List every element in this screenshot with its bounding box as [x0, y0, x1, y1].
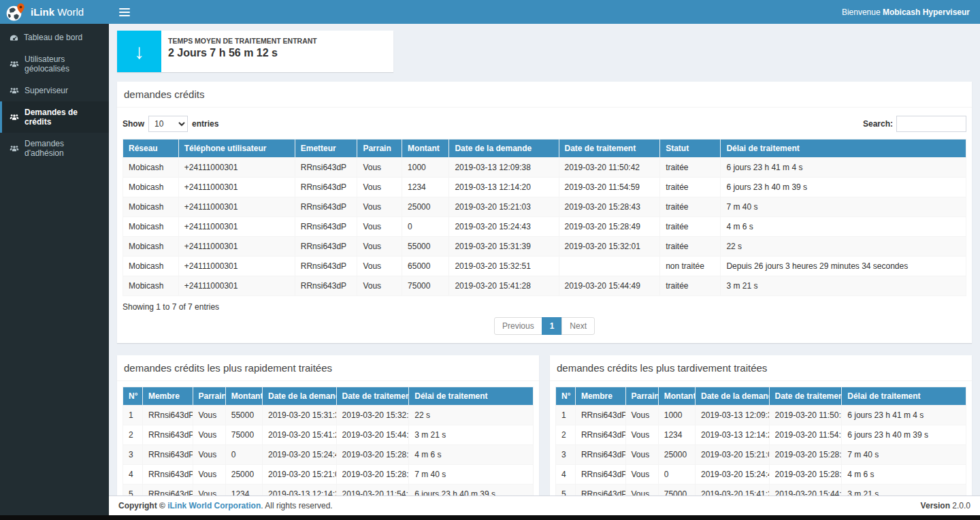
- table-cell: RRnsi643dP: [295, 178, 357, 197]
- column-header[interactable]: Délai de traitement: [721, 140, 966, 158]
- table-cell: RRnsi643dP: [295, 257, 357, 276]
- show-label: Show: [122, 119, 144, 129]
- column-header[interactable]: Date de traitement: [769, 387, 842, 406]
- table-cell: 1: [556, 406, 576, 425]
- table-cell: Vous: [357, 217, 402, 237]
- company-link[interactable]: iLink World Corporation: [167, 501, 261, 510]
- table-cell: 7 m 40 s: [721, 197, 966, 217]
- table-cell: 6 jours 23 h 40 m 39 s: [842, 425, 966, 445]
- column-header[interactable]: Emetteur: [295, 140, 357, 158]
- table-cell: 55000: [402, 237, 449, 257]
- table-cell: 2019-03-20 11:50:42: [769, 406, 842, 425]
- column-header[interactable]: Date de la demande: [696, 387, 770, 406]
- column-header[interactable]: Montant: [225, 387, 262, 406]
- users-icon: [10, 86, 19, 95]
- column-header[interactable]: Membre: [575, 387, 625, 406]
- column-header[interactable]: Parrain: [193, 387, 225, 406]
- table-cell: 2019-03-20 15:41:28: [449, 276, 559, 296]
- sidebar-item-superviseur[interactable]: Superviseur: [0, 80, 109, 101]
- sidebar-toggle-icon[interactable]: [119, 8, 130, 16]
- page-length-control: Show 10 entries: [122, 116, 218, 132]
- app-logo[interactable]: iLink World: [0, 0, 109, 24]
- table-cell: Vous: [625, 465, 658, 485]
- column-header[interactable]: Date de traitement: [559, 140, 660, 158]
- next-page-button[interactable]: Next: [561, 317, 595, 335]
- table-row: 3RRnsi643dPVous250002019-03-20 15:21:032…: [556, 445, 966, 465]
- table-cell: +24111000301: [178, 276, 295, 296]
- column-header[interactable]: Montant: [658, 387, 695, 406]
- main-content: ↓ TEMPS MOYEN DE TRAITEMENT ENTRANT 2 Jo…: [109, 24, 980, 495]
- table-cell: RRnsi643dP: [575, 465, 625, 485]
- table-cell: 2019-03-20 15:44:49: [559, 276, 660, 296]
- sidebar-item-demandes-adhesion[interactable]: Demandes d'adhésion: [0, 133, 109, 164]
- table-cell: Depuis 26 jours 3 heures 29 minutes 34 s…: [721, 257, 966, 276]
- table-cell: 3 m 21 s: [409, 425, 534, 445]
- sidebar-item-utilisateurs-geolocalises[interactable]: Utilisateurs géolocalisés: [0, 48, 109, 80]
- page-length-select[interactable]: 10: [148, 116, 188, 132]
- table-cell: RRnsi643dP: [575, 425, 625, 445]
- column-header[interactable]: Date de traitement: [336, 387, 409, 406]
- previous-page-button[interactable]: Previous: [494, 317, 542, 335]
- table-cell: 2019-03-20 15:24:43: [449, 217, 559, 237]
- table-row: 5RRnsi643dPVous12342019-03-13 12:14:2020…: [123, 485, 534, 496]
- welcome-message: Bienvenue Mobicash Hyperviseur: [842, 7, 970, 17]
- table-cell: Vous: [357, 276, 402, 296]
- table-cell: +24111000301: [178, 197, 295, 217]
- table-cell: 2019-03-20 15:32:01: [336, 406, 409, 425]
- table-cell: Vous: [357, 237, 402, 257]
- table-cell: 7 m 40 s: [842, 445, 966, 465]
- column-header[interactable]: Parrain: [625, 387, 658, 406]
- column-header[interactable]: Membre: [142, 387, 193, 406]
- table-cell: 2019-03-20 15:32:01: [559, 237, 660, 257]
- column-header[interactable]: Parrain: [357, 140, 402, 158]
- sidebar-item-tableau-de-bord[interactable]: Tableau de bord: [0, 27, 109, 48]
- table-cell: 1234: [225, 485, 262, 496]
- credits-requests-panel: demandes crédits Show 10 entries Search:…: [117, 82, 972, 343]
- sidebar-item-demandes-de-credits[interactable]: Demandes de crédits: [0, 101, 109, 133]
- table-cell: Vous: [625, 406, 658, 425]
- table-cell: 3 m 21 s: [842, 485, 966, 496]
- table-cell: 1: [123, 406, 143, 425]
- column-header[interactable]: N°: [556, 387, 576, 406]
- avg-processing-time-card: ↓ TEMPS MOYEN DE TRAITEMENT ENTRANT 2 Jo…: [117, 31, 393, 72]
- table-cell: +24111000301: [178, 178, 295, 197]
- search-input[interactable]: [896, 116, 966, 132]
- table-row: Mobicash+24111000301RRnsi643dPVous123420…: [123, 178, 966, 197]
- panel-body: N°MembreParrainMontantDate de la demande…: [117, 381, 539, 495]
- panel-title: demandes crédits les plus tardivement tr…: [550, 355, 972, 381]
- column-header[interactable]: Date de la demande: [263, 387, 337, 406]
- panel-body: N°MembreParrainMontantDate de la demande…: [550, 381, 972, 495]
- table-row: 4RRnsi643dPVous250002019-03-20 15:21:032…: [123, 465, 534, 485]
- page-1-button[interactable]: 1: [542, 317, 563, 335]
- bottom-black-strip: [0, 515, 980, 520]
- welcome-user: Mobicash Hyperviseur: [883, 7, 970, 17]
- table-cell: 4 m 6 s: [721, 217, 966, 237]
- column-header[interactable]: N°: [123, 387, 143, 406]
- column-header[interactable]: Statut: [660, 140, 721, 158]
- table-cell: 0: [225, 445, 262, 465]
- table-cell: 65000: [402, 257, 449, 276]
- sidebar-item-label: Utilisateurs géolocalisés: [24, 54, 103, 74]
- column-header[interactable]: Délai de traitement: [409, 387, 534, 406]
- credits-requests-table: RéseauTéléphone utilisateurEmetteurParra…: [122, 139, 966, 296]
- table-cell: 2019-03-20 15:44:49: [769, 485, 842, 496]
- column-header[interactable]: Montant: [402, 140, 449, 158]
- fastest-processed-panel: demandes crédits les plus rapidement tra…: [117, 355, 539, 495]
- table-controls: Show 10 entries Search:: [122, 116, 966, 132]
- table-cell: RRnsi643dP: [142, 485, 193, 496]
- users-icon: [10, 113, 19, 121]
- table-row: 5RRnsi643dPVous750002019-03-20 15:41:282…: [556, 485, 966, 496]
- panel-title: demandes crédits: [117, 82, 972, 108]
- table-cell: 2019-03-20 15:28:43: [336, 465, 409, 485]
- info-box-title: TEMPS MOYEN DE TRAITEMENT ENTRANT: [168, 37, 317, 45]
- table-row: 2RRnsi643dPVous12342019-03-13 12:14:2020…: [556, 425, 966, 445]
- table-row: Mobicash+24111000301RRnsi643dPVous250002…: [123, 197, 966, 217]
- table-cell: Vous: [357, 197, 402, 217]
- table-cell: 2019-03-20 15:28:49: [336, 445, 409, 465]
- column-header[interactable]: Délai de traitement: [842, 387, 966, 406]
- column-header[interactable]: Téléphone utilisateur: [178, 140, 295, 158]
- table-cell: RRnsi643dP: [575, 406, 625, 425]
- column-header[interactable]: Réseau: [123, 140, 179, 158]
- column-header[interactable]: Date de la demande: [449, 140, 559, 158]
- bottom-panels-row: demandes crédits les plus rapidement tra…: [117, 355, 972, 495]
